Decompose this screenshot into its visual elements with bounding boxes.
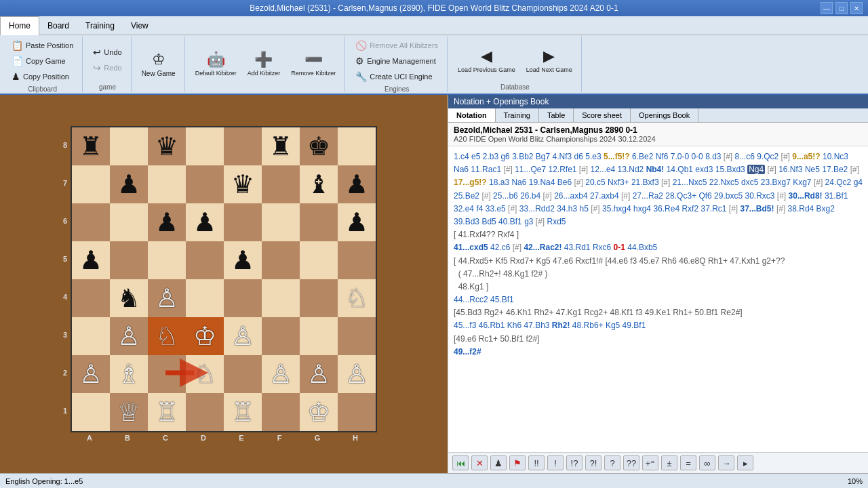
square-h2[interactable]: ♙ — [338, 355, 376, 393]
square-h6[interactable]: ♟ — [338, 203, 376, 241]
square-a5[interactable]: ♟ — [72, 241, 110, 279]
copy-game-button[interactable]: 📄 Copy Game — [7, 54, 78, 68]
square-d8[interactable] — [186, 127, 224, 165]
square-e7[interactable]: ♛ — [224, 165, 262, 203]
square-a8[interactable]: ♜ — [72, 127, 110, 165]
square-a7[interactable] — [72, 165, 110, 203]
square-c1[interactable]: ♖ — [148, 393, 186, 431]
square-f1[interactable] — [262, 393, 300, 431]
chess-board[interactable]: ♜ ♛ ♜ ♚ ♟ ♛ ♝ ♟ — [71, 126, 377, 432]
square-h4[interactable]: ♘ — [338, 279, 376, 317]
square-b6[interactable] — [110, 203, 148, 241]
square-h8[interactable] — [338, 127, 376, 165]
square-d2[interactable]: ♘ — [186, 355, 224, 393]
nav-arrow[interactable]: → — [718, 455, 734, 470]
tab-score-sheet[interactable]: Score sheet — [574, 108, 631, 122]
undo-button[interactable]: ↩ Undo — [88, 45, 126, 60]
nav-double-excl[interactable]: !! — [528, 455, 545, 470]
square-c4[interactable]: ♙ — [148, 279, 186, 317]
square-b1[interactable]: ♕ — [110, 393, 148, 431]
square-f4[interactable] — [262, 279, 300, 317]
copy-position-button[interactable]: ♟ Copy Position — [7, 69, 78, 84]
nav-excl[interactable]: ! — [547, 455, 564, 470]
square-g8[interactable]: ♚ — [300, 127, 338, 165]
square-c5[interactable] — [148, 241, 186, 279]
nav-more[interactable]: ▸ — [737, 455, 753, 470]
tab-openings-book[interactable]: Openings Book — [631, 108, 698, 122]
engine-management-button[interactable]: ⚙ Engine Management — [351, 54, 443, 68]
nav-start-button[interactable]: ⏮ — [452, 455, 469, 470]
highlighted-move[interactable]: Ng4 — [747, 165, 765, 174]
square-e2[interactable] — [224, 355, 262, 393]
add-kibitzer-button[interactable]: ➕ Add Kibitzer — [243, 45, 285, 83]
nav-double-q[interactable]: ?? — [623, 455, 639, 470]
square-a4[interactable] — [72, 279, 110, 317]
nav-flag-button[interactable]: ⚑ — [509, 455, 526, 470]
nav-q-excl[interactable]: ?! — [585, 455, 601, 470]
nav-excl-q[interactable]: !? — [566, 455, 583, 470]
square-g2[interactable]: ♙ — [300, 355, 338, 393]
menu-home[interactable]: Home — [0, 16, 39, 35]
square-g6[interactable] — [300, 203, 338, 241]
square-h7[interactable]: ♟ — [338, 165, 376, 203]
square-d1[interactable] — [186, 393, 224, 431]
square-c3[interactable]: ♘ — [148, 317, 186, 355]
square-c2[interactable] — [148, 355, 186, 393]
square-f2[interactable]: ♙ — [262, 355, 300, 393]
square-f6[interactable] — [262, 203, 300, 241]
square-h5[interactable] — [338, 241, 376, 279]
square-c7[interactable] — [148, 165, 186, 203]
nav-plusminus[interactable]: ± — [661, 455, 677, 470]
menu-board[interactable]: Board — [39, 16, 77, 35]
square-f7[interactable] — [262, 165, 300, 203]
square-d5[interactable] — [186, 241, 224, 279]
square-h3[interactable] — [338, 317, 376, 355]
square-c6[interactable]: ♟ — [148, 203, 186, 241]
square-e1[interactable]: ♖ — [224, 393, 262, 431]
square-d7[interactable] — [186, 165, 224, 203]
load-previous-game-button[interactable]: ◀ Load Previous Game — [453, 41, 520, 79]
square-b5[interactable] — [110, 241, 148, 279]
nav-delete-button[interactable]: ✕ — [471, 455, 488, 470]
maximize-button[interactable]: □ — [835, 2, 848, 14]
tab-notation[interactable]: Notation — [448, 108, 496, 122]
square-g5[interactable] — [300, 241, 338, 279]
remove-kibitzer-button[interactable]: ➖ Remove Kibitzer — [286, 45, 340, 83]
tab-table[interactable]: Table — [539, 108, 574, 122]
move-1c4[interactable]: 1.c4 — [454, 152, 469, 161]
square-h1[interactable] — [338, 393, 376, 431]
square-f8[interactable]: ♜ — [262, 127, 300, 165]
nav-inf[interactable]: ∞ — [699, 455, 715, 470]
nav-pawn-button[interactable]: ♟ — [490, 455, 507, 470]
nav-eq[interactable]: = — [680, 455, 696, 470]
square-d3[interactable]: ♔ — [186, 317, 224, 355]
square-g7[interactable]: ♝ — [300, 165, 338, 203]
square-d6[interactable]: ♟ — [186, 203, 224, 241]
square-g1[interactable]: ♔ — [300, 393, 338, 431]
square-e8[interactable] — [224, 127, 262, 165]
square-e5[interactable]: ♟ — [224, 241, 262, 279]
close-button[interactable]: ✕ — [850, 2, 863, 14]
paste-position-button[interactable]: 📋 Paste Position — [7, 38, 78, 53]
square-a6[interactable] — [72, 203, 110, 241]
redo-button[interactable]: ↪ Redo — [88, 60, 126, 75]
remove-all-kibitzers-button[interactable]: 🚫 Remove All Kibitzers — [351, 38, 443, 53]
square-f5[interactable] — [262, 241, 300, 279]
square-a2[interactable]: ♙ — [72, 355, 110, 393]
nav-q[interactable]: ? — [604, 455, 620, 470]
minimize-button[interactable]: — — [821, 2, 833, 14]
square-e4[interactable] — [224, 279, 262, 317]
square-e6[interactable] — [224, 203, 262, 241]
square-b2[interactable]: ♗ — [110, 355, 148, 393]
square-g3[interactable] — [300, 317, 338, 355]
new-game-button[interactable]: ♔ New Game — [137, 45, 180, 83]
nav-plus-eq[interactable]: +⁼ — [642, 455, 658, 470]
square-b7[interactable]: ♟ — [110, 165, 148, 203]
square-f3[interactable] — [262, 317, 300, 355]
default-kibitzer-button[interactable]: 🤖 Default Kibitzer — [191, 45, 241, 83]
moves-area[interactable]: 1.c4 e5 2.b3 g6 3.Bb2 Bg7 4.Nf3 d6 5.e3 … — [448, 146, 868, 452]
tab-training[interactable]: Training — [496, 108, 539, 122]
menu-view[interactable]: View — [123, 16, 157, 35]
square-e3[interactable]: ♙ — [224, 317, 262, 355]
square-d4[interactable] — [186, 279, 224, 317]
